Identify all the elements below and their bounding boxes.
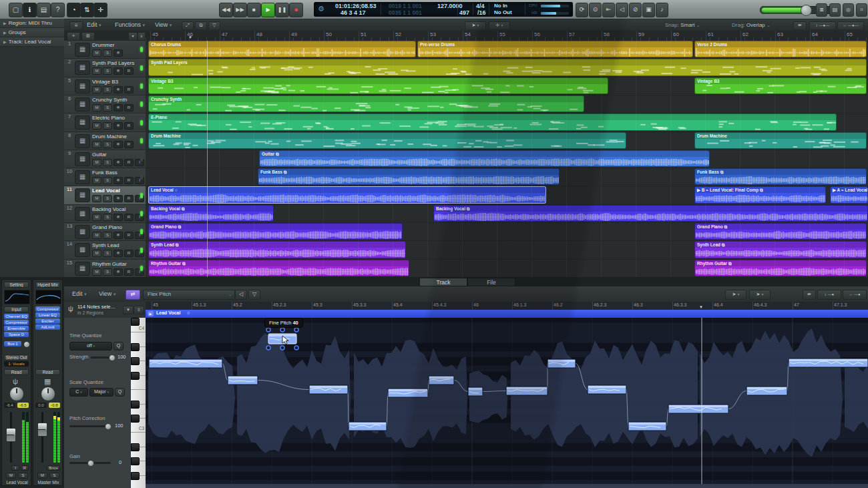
freeze-button[interactable]: ❄	[114, 122, 123, 130]
catch-playhead-icon[interactable]: ⤢	[182, 21, 194, 30]
region-crunchy-synth[interactable]: Crunchy Synth	[148, 95, 584, 112]
flex-pitch-note[interactable]	[668, 405, 728, 413]
eq-thumbnail[interactable]	[4, 290, 30, 304]
track-header-drum-machine[interactable]: 8▦Drum MachineMS❄R	[64, 132, 146, 150]
gain-slider[interactable]	[69, 462, 111, 464]
marquee-tool-button[interactable]: ✛ ▾	[489, 21, 510, 30]
black-key[interactable]	[131, 457, 140, 465]
replace-icon[interactable]: ⇤	[602, 3, 615, 17]
track-name[interactable]: Rhythm Guitar	[92, 261, 127, 267]
send-knob[interactable]	[23, 341, 30, 348]
menu-view[interactable]: View ▾	[155, 19, 172, 31]
link-button[interactable]: ≡	[134, 306, 144, 314]
region-drum-machine[interactable]: Drum Machine	[148, 132, 626, 149]
solo-button[interactable]: S	[103, 141, 112, 148]
midi-thru-icon[interactable]: ⌸	[69, 21, 83, 30]
pitch-correction-slider[interactable]	[69, 425, 111, 427]
menu-functions[interactable]: Functions ▾	[115, 19, 145, 31]
freeze-button[interactable]: ❄	[114, 232, 123, 239]
freeze-button[interactable]: ❄	[114, 177, 123, 184]
vertical-zoom-slider[interactable]: ↕ —●—	[809, 21, 836, 30]
freeze-button[interactable]: ❄	[114, 49, 123, 57]
inspector-track-header[interactable]: ▶Track: Lead Vocal	[0, 37, 64, 47]
pan-knob[interactable]	[9, 387, 24, 401]
track-name[interactable]: Drum Machine	[92, 134, 127, 140]
toolbar-toggle-icon[interactable]: ≣	[816, 3, 827, 17]
mute-button[interactable]: M	[92, 195, 101, 202]
plugin-slot[interactable]: Space D	[4, 332, 29, 337]
drag-menu[interactable]: Drag: Overlap ⌄	[732, 19, 771, 31]
note-handle[interactable]	[280, 328, 284, 332]
mute-button[interactable]: M	[92, 177, 101, 184]
scale-key-dropdown[interactable]: C ▾	[69, 388, 88, 397]
inspector-icon[interactable]: ℹ	[23, 3, 37, 17]
note-pads-icon[interactable]: ▤	[829, 3, 841, 17]
track-header-backing-vocal[interactable]: 12▦Backing VocalMS❄RI	[64, 205, 146, 223]
freeze-button[interactable]: ❄	[114, 104, 123, 111]
track-header-electric-piano[interactable]: 7▦Electric PianoMS❄R	[64, 113, 146, 132]
region-vintage-b3[interactable]: Vintage B3	[694, 77, 867, 94]
play-button[interactable]: ▶	[261, 3, 275, 17]
smart-controls-icon[interactable]: ▤	[37, 3, 51, 17]
solo-button[interactable]: S	[103, 232, 112, 239]
input-monitor-button[interactable]: I	[11, 465, 19, 471]
solo-button[interactable]: S	[103, 177, 112, 184]
speaker-icon[interactable]: ◁	[616, 3, 628, 17]
mute-button[interactable]: M	[6, 473, 16, 479]
region-pre-verse-drums[interactable]: Pre-verse Drums	[417, 41, 693, 57]
black-key[interactable]	[131, 357, 140, 365]
note-handle[interactable]	[266, 328, 270, 332]
eq-thumbnail[interactable]	[35, 290, 61, 304]
black-key[interactable]	[131, 343, 140, 351]
mute-button[interactable]: M	[92, 250, 101, 257]
inspector-region-header[interactable]: ▶Region: MIDI Thru	[0, 19, 64, 28]
flex-mode-dropdown[interactable]: Flex Pitch ⌄	[143, 290, 235, 300]
mute-button[interactable]: M	[92, 86, 101, 93]
filter-icon[interactable]: ▽	[208, 21, 220, 30]
automation-mode-button[interactable]: Read	[35, 369, 60, 375]
flex-pitch-note[interactable]	[789, 358, 868, 367]
track-name[interactable]: Funk Bass	[92, 170, 118, 176]
record-enable-button[interactable]: R	[124, 104, 134, 111]
track-name[interactable]: Grand Piano	[92, 224, 122, 230]
strip-setting-button[interactable]: Hyped Mix	[35, 282, 60, 288]
inspector-groups-header[interactable]: ▶Groups	[0, 28, 64, 37]
flex-pitch-roll[interactable]	[146, 318, 868, 488]
track-zoom-button[interactable]: ≡	[138, 32, 146, 41]
track-header-rhythm-guitar[interactable]: 15▦Rhythm GuitarMS❄RI	[64, 260, 146, 278]
region-verse-2-drums[interactable]: Verse 2 Drums	[694, 41, 867, 57]
editor-alt-tool-button[interactable]: ➤ ▾	[749, 290, 771, 300]
display-mode-icon[interactable]: ▢	[9, 3, 23, 17]
time-quantize-dropdown[interactable]: off ▾	[69, 342, 112, 350]
time-quantize-q-button[interactable]: Q	[114, 342, 124, 350]
solo-button[interactable]: S	[103, 67, 112, 75]
flex-pitch-note[interactable]	[228, 376, 258, 385]
track-name[interactable]: Lead Vocal	[92, 188, 120, 194]
freeze-button[interactable]: ❄	[114, 159, 123, 166]
region-vintage-b3[interactable]: Vintage B3	[148, 77, 608, 94]
solo-button[interactable]: S	[103, 86, 112, 93]
library-icon[interactable]: ◔	[67, 3, 81, 17]
region-lead-vocal[interactable]: Lead Vocal ○	[148, 186, 546, 204]
track-header-grand-piano[interactable]: 13▦Grand PianoMS❄RI	[64, 223, 146, 241]
region-lead-vocal-final-comp[interactable]: ▶ B ⌁ Lead Vocal: Final Comp ⧉	[694, 186, 826, 204]
record-button[interactable]: ●	[289, 3, 303, 17]
record-enable-button[interactable]: R	[124, 177, 134, 184]
plugin-slot[interactable]: Linear EQ	[35, 312, 60, 318]
lcd-display[interactable]: ⚙01:01:26;08.5346 3 4 170019 1 1 0010035…	[314, 2, 573, 17]
mute-button[interactable]: M	[92, 268, 101, 276]
record-enable-button[interactable]: R	[124, 141, 134, 148]
flex-pitch-note[interactable]	[388, 389, 428, 397]
duplicate-track-button[interactable]: ⊞	[81, 32, 95, 41]
slider-handle[interactable]	[109, 354, 116, 361]
black-key[interactable]	[131, 415, 140, 423]
automation-mode-button[interactable]: Read	[4, 369, 29, 375]
track-header-vintage-b3[interactable]: 5▦Vintage B3MS❄R	[64, 77, 146, 95]
loop-browser-icon[interactable]: ◎	[843, 3, 854, 17]
region-backing-vocal[interactable]: Backing Vocal ⧉	[433, 205, 868, 222]
plugin-slot[interactable]: Ensemble	[4, 326, 29, 331]
region-disclosure-icon[interactable]: ▶	[148, 311, 154, 316]
mixer-icon[interactable]: ⇅	[80, 3, 94, 17]
region-guitar[interactable]: Guitar ⧉	[259, 150, 710, 167]
solo-button[interactable]: S	[103, 122, 112, 130]
